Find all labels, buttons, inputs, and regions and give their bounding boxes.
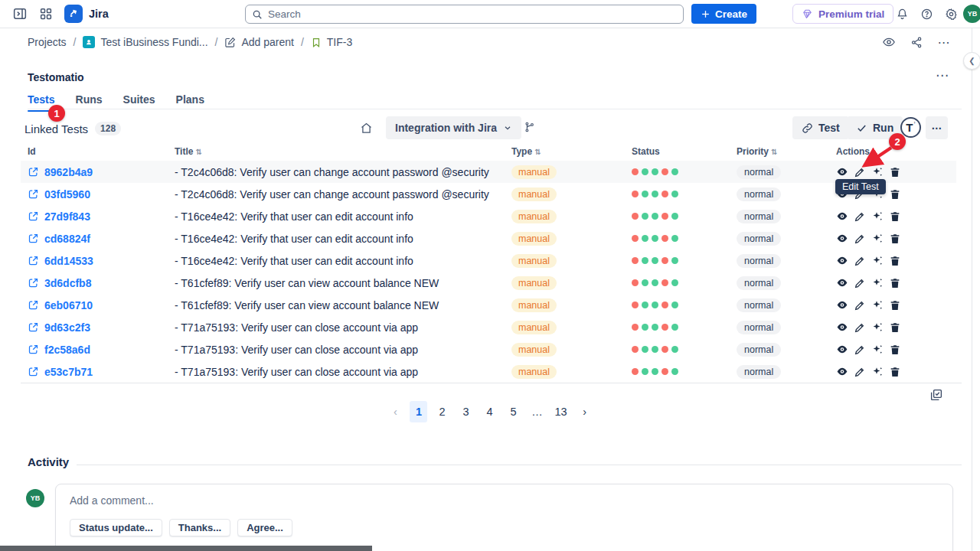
collapse-sidebar-icon[interactable] [9, 3, 31, 24]
bottom-window-edge [0, 546, 372, 551]
breadcrumb-issue[interactable]: TIF-3 [311, 36, 352, 48]
status-dot-fail [632, 279, 639, 286]
test-id-link[interactable]: e53c7b71 [28, 366, 175, 378]
test-id-link[interactable]: 27d9f843 [28, 210, 175, 223]
integration-dropdown[interactable]: Integration with Jira [386, 116, 521, 139]
ai-sparkles-icon[interactable] [871, 255, 884, 267]
view-test-icon[interactable] [836, 344, 848, 356]
delete-test-icon[interactable] [889, 188, 901, 201]
view-test-icon[interactable] [836, 299, 848, 311]
edit-test-icon[interactable] [854, 299, 866, 311]
pagination-page-4[interactable]: 4 [480, 401, 498, 422]
premium-trial-button[interactable]: Premium trial [792, 4, 893, 24]
global-search[interactable] [245, 5, 684, 24]
notifications-bell-icon[interactable] [891, 3, 913, 24]
edit-test-icon[interactable] [854, 344, 866, 356]
comment-editor[interactable]: Status update...Thanks...Agree... [55, 484, 953, 551]
test-id-link[interactable]: 3d6dcfb8 [28, 277, 175, 289]
ai-sparkles-icon[interactable] [871, 321, 884, 334]
help-icon[interactable] [916, 3, 937, 24]
test-id-link[interactable]: cd68824f [28, 233, 175, 245]
pagination-page-5[interactable]: 5 [504, 401, 522, 422]
status-dot-fail [632, 213, 639, 220]
test-id-link[interactable]: 8962b4a9 [28, 166, 175, 178]
priority-badge: normal [737, 365, 781, 379]
delete-test-icon[interactable] [889, 321, 901, 334]
project-avatar-icon [83, 36, 95, 48]
status-dot-pass [671, 346, 678, 353]
settings-gear-icon[interactable] [940, 3, 962, 24]
pagination-page-1[interactable]: 1 [410, 401, 427, 422]
watch-eye-icon[interactable] [877, 31, 900, 54]
plus-icon [701, 9, 710, 19]
branch-icon[interactable] [524, 121, 535, 133]
pagination-next-icon[interactable]: › [576, 401, 594, 422]
create-button[interactable]: Create [691, 4, 756, 24]
test-type-badge: manual [511, 232, 557, 246]
ai-sparkles-icon[interactable] [871, 299, 884, 311]
column-header-id: Id [28, 146, 175, 157]
view-test-icon[interactable] [836, 233, 848, 245]
delete-test-icon[interactable] [889, 366, 901, 378]
edit-test-icon[interactable] [854, 366, 866, 378]
delete-test-icon[interactable] [889, 344, 901, 356]
column-header-priority[interactable]: Priority⇅ [737, 146, 836, 157]
column-header-type[interactable]: Type⇅ [511, 146, 632, 157]
delete-test-icon[interactable] [889, 233, 901, 245]
expand-panel-chevron-icon[interactable]: ❮ [963, 52, 980, 70]
panel-more-icon[interactable]: ⋯ [936, 67, 949, 83]
status-dot-fail [662, 302, 668, 308]
comment-input[interactable] [70, 494, 939, 507]
test-id-link[interactable]: 9d63c2f3 [28, 321, 175, 334]
breadcrumb-project[interactable]: Test iBusiness Fundi... [83, 36, 207, 48]
view-test-icon[interactable] [836, 277, 848, 289]
jira-window: Jira Create Premium trial [0, 0, 980, 551]
view-test-icon[interactable] [836, 255, 848, 267]
edit-test-icon[interactable] [854, 321, 866, 334]
link-test-button[interactable]: Test [792, 116, 849, 139]
test-id-link[interactable]: 6eb06710 [28, 299, 175, 311]
ai-sparkles-icon[interactable] [871, 233, 884, 245]
view-test-icon[interactable] [836, 321, 848, 334]
more-actions-icon[interactable]: ⋯ [933, 31, 956, 54]
test-id-link[interactable]: f2c58a6d [28, 344, 175, 356]
jira-logo-icon[interactable] [64, 5, 83, 23]
testomatio-logo-button[interactable]: Tʼ [900, 117, 921, 138]
edit-test-icon[interactable] [854, 277, 866, 289]
edit-test-icon[interactable] [854, 210, 866, 223]
share-icon[interactable] [905, 31, 928, 54]
pagination-page-3[interactable]: 3 [456, 401, 475, 422]
table-more-button[interactable]: ⋯ [926, 116, 948, 139]
ai-sparkles-icon[interactable] [871, 366, 884, 378]
user-avatar[interactable]: YB [963, 5, 980, 23]
pagination-page-2[interactable]: 2 [433, 401, 451, 422]
delete-test-icon[interactable] [889, 210, 901, 223]
status-dots [632, 213, 737, 220]
column-header-title[interactable]: Title⇅ [175, 146, 511, 157]
ai-sparkles-icon[interactable] [871, 210, 884, 223]
delete-test-icon[interactable] [889, 277, 901, 289]
test-id-link[interactable]: 6dd14533 [28, 255, 175, 267]
view-test-icon[interactable] [836, 366, 848, 378]
app-switcher-icon[interactable] [35, 3, 57, 24]
multi-select-icon[interactable] [929, 388, 943, 402]
home-icon[interactable] [360, 122, 373, 135]
breadcrumb-bar: Projects / Test iBusiness Fundi... / Add… [0, 28, 980, 56]
ai-sparkles-icon[interactable] [871, 344, 884, 356]
quick-reply-button[interactable]: Status update... [70, 519, 162, 536]
ai-sparkles-icon[interactable] [871, 277, 884, 289]
delete-test-icon[interactable] [889, 255, 901, 267]
test-id-link[interactable]: 03fd5960 [28, 188, 175, 201]
search-input[interactable] [268, 8, 677, 20]
pagination-page-13[interactable]: 13 [551, 401, 570, 422]
breadcrumb-projects[interactable]: Projects [28, 36, 67, 48]
edit-test-icon[interactable] [854, 233, 866, 245]
view-test-icon[interactable] [836, 210, 848, 223]
quick-reply-button[interactable]: Thanks... [169, 519, 230, 536]
breadcrumb-add-parent[interactable]: Add parent [224, 36, 294, 48]
delete-test-icon[interactable] [889, 299, 901, 311]
status-dot-fail [662, 324, 668, 331]
edit-test-icon[interactable] [854, 255, 866, 267]
pagination-prev-icon[interactable]: ‹ [386, 401, 404, 422]
quick-reply-button[interactable]: Agree... [237, 519, 292, 536]
